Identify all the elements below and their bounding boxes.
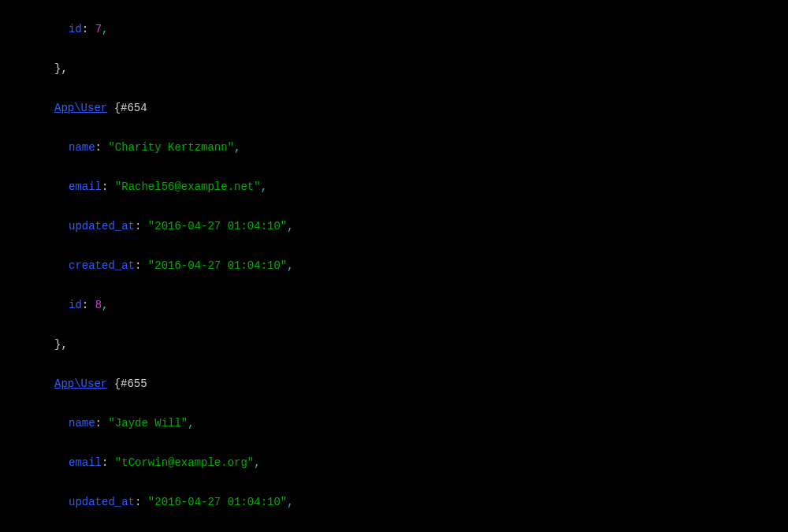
colon: :	[82, 23, 95, 35]
colon: :	[95, 417, 109, 430]
obj-open: {	[114, 102, 121, 114]
comma: ,	[287, 259, 293, 272]
updated-val: "2016-04-27 01:04:10"	[148, 496, 287, 508]
updated-val: "2016-04-27 01:04:10"	[148, 220, 287, 233]
comma: ,	[102, 299, 108, 311]
comma: ,	[102, 23, 108, 35]
obj-id: #654	[121, 102, 147, 114]
comma: ,	[261, 180, 267, 193]
colon: :	[102, 456, 115, 469]
comma: ,	[287, 220, 293, 233]
name-val: "Charity Kertzmann"	[108, 141, 234, 154]
field-updated: updated_at	[69, 220, 135, 233]
class-name: App\User	[54, 102, 107, 114]
id-value: 8	[95, 299, 102, 311]
name-val: "Jayde Will"	[108, 417, 188, 430]
terminal-output[interactable]: id: 7, }, App\User {#654 name: "Charity …	[0, 0, 788, 532]
id-value: 7	[95, 23, 102, 35]
field-name: name	[69, 417, 95, 430]
colon: :	[102, 180, 115, 193]
field-created: created_at	[69, 259, 135, 272]
obj-id: #655	[121, 378, 147, 390]
field-updated: updated_at	[69, 496, 135, 508]
field-id: id	[69, 23, 82, 35]
obj-open: {	[114, 378, 121, 390]
colon: :	[82, 299, 95, 311]
created-val: "2016-04-27 01:04:10"	[148, 259, 287, 272]
comma: ,	[188, 417, 194, 430]
comma: ,	[234, 141, 240, 154]
comma: ,	[254, 456, 260, 469]
class-name: App\User	[54, 378, 107, 390]
colon: :	[135, 259, 148, 272]
email-val: "Rachel56@example.net"	[115, 180, 261, 193]
field-id: id	[69, 299, 82, 311]
comma: ,	[287, 496, 293, 508]
field-email: email	[69, 456, 102, 469]
email-val: "tCorwin@example.org"	[115, 456, 254, 469]
field-email: email	[69, 180, 102, 193]
close-brace: },	[54, 62, 68, 75]
colon: :	[135, 496, 148, 508]
close-brace: },	[54, 338, 68, 351]
colon: :	[95, 141, 109, 154]
colon: :	[135, 220, 148, 233]
field-name: name	[69, 141, 95, 154]
